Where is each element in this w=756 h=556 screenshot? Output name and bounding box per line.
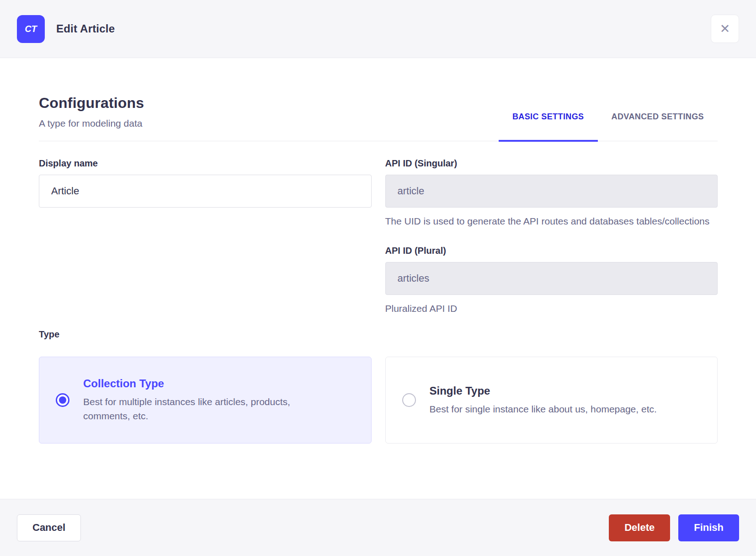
tab-advanced-settings[interactable]: ADVANCED SETTINGS [598,112,718,142]
collection-type-card[interactable]: Collection Type Best for multiple instan… [39,357,372,444]
configurations-heading-block: Configurations A type for modeling data [39,95,144,141]
single-type-description: Best for single instance like about us, … [430,402,657,416]
cancel-button[interactable]: Cancel [17,514,81,541]
collection-type-description: Best for multiple instances like article… [83,395,339,423]
close-button[interactable]: ✕ [711,15,739,43]
modal-title: Edit Article [56,22,115,35]
collection-type-radio[interactable] [56,393,69,407]
content-type-badge-label: CT [25,24,37,34]
api-id-plural-label: API ID (Plural) [385,246,718,256]
single-type-card[interactable]: Single Type Best for single instance lik… [385,357,718,444]
finish-button[interactable]: Finish [678,514,739,541]
modal-footer: Cancel Delete Finish [0,499,756,556]
api-id-singular-input [385,175,718,208]
edit-article-modal: CT Edit Article ✕ Configurations A type … [0,0,756,556]
page-subtitle: A type for modeling data [39,118,144,129]
configurations-header-row: Configurations A type for modeling data … [39,95,718,141]
configuration-form: Display name API ID (Singular) The UID i… [39,158,718,444]
delete-button[interactable]: Delete [609,514,670,541]
single-type-radio[interactable] [402,393,416,407]
footer-actions: Delete Finish [609,514,739,541]
tab-basic-settings[interactable]: BASIC SETTINGS [499,112,598,142]
display-name-field: Display name [39,158,372,315]
collection-type-title: Collection Type [83,377,339,390]
api-id-singular-hint: The UID is used to generate the API rout… [385,214,718,228]
display-name-input[interactable] [39,175,372,208]
api-id-plural-field: API ID (Plural) Pluralized API ID [385,246,718,315]
settings-tabs: BASIC SETTINGS ADVANCED SETTINGS [499,112,718,142]
modal-body: Configurations A type for modeling data … [0,58,756,499]
content-type-badge: CT [17,15,45,43]
collection-type-text: Collection Type Best for multiple instan… [83,377,339,423]
api-id-singular-label: API ID (Singular) [385,158,718,169]
page-title: Configurations [39,95,144,112]
api-id-singular-field: API ID (Singular) The UID is used to gen… [385,158,718,228]
single-type-text: Single Type Best for single instance lik… [430,385,657,416]
type-label: Type [39,329,372,340]
api-id-fields: API ID (Singular) The UID is used to gen… [385,158,718,315]
api-id-plural-hint: Pluralized API ID [385,301,718,315]
close-icon: ✕ [720,23,730,35]
modal-header: CT Edit Article ✕ [0,0,756,58]
display-name-label: Display name [39,158,372,169]
api-id-plural-input [385,262,718,295]
single-type-title: Single Type [430,385,657,397]
